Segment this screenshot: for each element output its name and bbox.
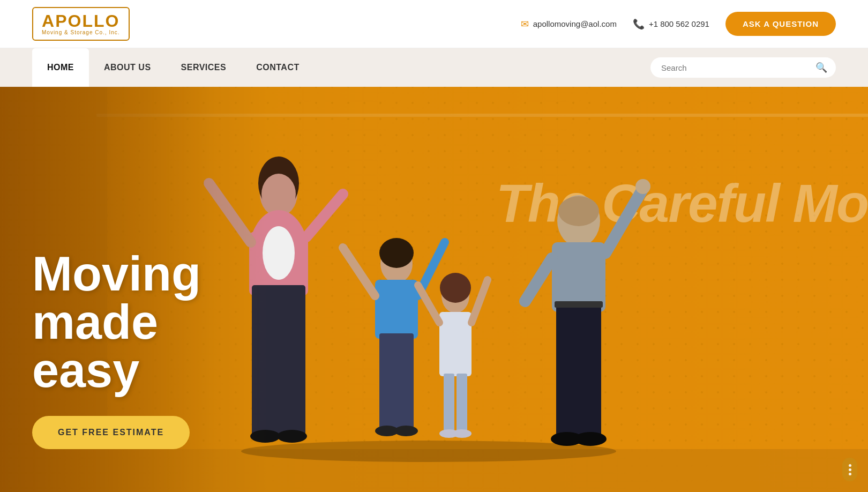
ask-question-button[interactable]: ASK A QUESTION <box>725 12 836 36</box>
svg-line-16 <box>343 248 375 296</box>
nav-about[interactable]: ABOUT US <box>89 48 166 87</box>
nav-links: HOME ABOUT US SERVICES CONTACT <box>32 48 650 87</box>
svg-point-39 <box>241 441 616 462</box>
nav-home[interactable]: HOME <box>32 48 89 87</box>
svg-line-34 <box>605 189 643 253</box>
email-address: apollomoving@aol.com <box>533 19 617 28</box>
hero-content: Moving made easy GET FREE ESTIMATE <box>32 250 201 449</box>
svg-line-8 <box>306 194 343 237</box>
email-contact: ✉ apollomoving@aol.com <box>521 18 617 30</box>
svg-rect-33 <box>555 301 603 308</box>
svg-point-13 <box>379 238 414 268</box>
search-button[interactable]: 🔍 <box>815 62 827 73</box>
svg-line-23 <box>418 285 439 323</box>
scroll-indicator <box>842 458 857 481</box>
logo[interactable]: APOLLO Moving & Storage Co., Inc. <box>32 7 130 41</box>
svg-line-24 <box>472 280 488 323</box>
svg-rect-25 <box>444 374 454 433</box>
scroll-dot-2 <box>849 468 851 471</box>
svg-point-28 <box>452 429 472 438</box>
svg-point-38 <box>574 432 607 446</box>
phone-contact: 📞 +1 800 562 0291 <box>633 18 709 30</box>
scroll-dot-1 <box>849 464 851 467</box>
navigation-bar: HOME ABOUT US SERVICES CONTACT 🔍 <box>0 48 868 87</box>
search-input[interactable] <box>661 63 811 72</box>
top-bar: APOLLO Moving & Storage Co., Inc. ✉ apol… <box>0 0 868 48</box>
svg-point-21 <box>440 273 471 303</box>
email-icon: ✉ <box>521 18 529 30</box>
logo-sub-text: Moving & Storage Co., Inc. <box>42 29 120 35</box>
scroll-dot-3 <box>849 473 851 475</box>
nav-services[interactable]: SERVICES <box>166 48 242 87</box>
svg-point-19 <box>394 426 418 436</box>
svg-rect-14 <box>375 280 418 339</box>
svg-rect-15 <box>379 333 414 430</box>
svg-point-30 <box>558 196 599 226</box>
top-right-area: ✉ apollomoving@aol.com 📞 +1 800 562 0291… <box>521 12 836 36</box>
svg-rect-26 <box>457 374 467 433</box>
svg-line-36 <box>525 258 552 301</box>
search-box: 🔍 <box>650 57 836 78</box>
phone-number: +1 800 562 0291 <box>649 19 709 28</box>
svg-rect-32 <box>556 304 601 438</box>
svg-rect-22 <box>439 312 472 376</box>
svg-point-35 <box>635 179 650 194</box>
nav-contact[interactable]: CONTACT <box>241 48 315 87</box>
hero-headline: Moving made easy <box>32 250 201 394</box>
logo-main-text: APOLLO <box>42 12 119 29</box>
phone-icon: 📞 <box>633 18 645 30</box>
get-estimate-button[interactable]: GET FREE ESTIMATE <box>32 416 190 449</box>
svg-point-11 <box>277 430 307 443</box>
hero-section: The Careful Mo <box>0 87 868 492</box>
